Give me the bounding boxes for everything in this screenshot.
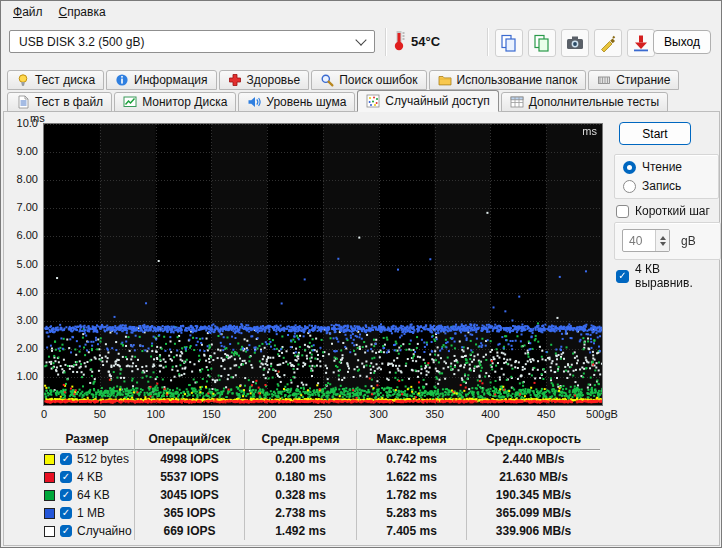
step-unit-label: gB xyxy=(681,234,696,248)
y-tick-label: 3.00 xyxy=(4,314,38,326)
device-select[interactable]: USB DISK 3.2 (500 gB) xyxy=(9,30,375,53)
y-tick-label: 2.00 xyxy=(4,342,38,354)
row-checkbox[interactable] xyxy=(60,507,72,519)
row-checkbox[interactable] xyxy=(60,453,72,465)
brush-icon[interactable] xyxy=(594,29,622,57)
folders-icon xyxy=(438,73,452,87)
tab-label: Тест в файл xyxy=(35,95,103,109)
copy-green-icon[interactable] xyxy=(528,29,556,57)
speed-cell: 339.906 MB/s xyxy=(466,522,600,540)
write-radio-label: Запись xyxy=(642,179,681,193)
menu-help[interactable]: Справка xyxy=(51,2,114,22)
avg-time-cell: 0.200 ms xyxy=(244,450,356,468)
tab-row-2: Тест в файлМонитор ДискаУровень шумаСлуч… xyxy=(7,90,670,112)
ops-cell: 5537 IOPS xyxy=(134,468,244,486)
ops-cell: 4998 IOPS xyxy=(134,450,244,468)
erase-icon xyxy=(597,73,611,87)
tab-erase[interactable]: Стирание xyxy=(588,70,679,90)
thermometer-icon xyxy=(393,28,407,52)
tab-info[interactable]: Информация xyxy=(106,70,216,90)
table-row-label-cell: 1 MB xyxy=(40,504,134,522)
spin-up-icon[interactable] xyxy=(660,236,666,240)
mode-group: Чтение Запись xyxy=(614,154,719,199)
row-checkbox[interactable] xyxy=(60,471,72,483)
exit-button[interactable]: Выход xyxy=(653,30,711,54)
tab-health[interactable]: Здоровье xyxy=(219,70,310,90)
ops-cell: 365 IOPS xyxy=(134,504,244,522)
tab-search[interactable]: Поиск ошибок xyxy=(311,70,426,90)
x-tick-label: 350 xyxy=(413,408,457,420)
y-tick-label: 8.00 xyxy=(4,173,38,185)
tab-bulb[interactable]: Тест диска xyxy=(7,70,104,90)
radio-dot xyxy=(623,180,636,193)
y-tick-label: 7.00 xyxy=(4,201,38,213)
tab-file[interactable]: Тест в файл xyxy=(7,92,112,112)
device-select-value: USB DISK 3.2 (500 gB) xyxy=(19,35,144,49)
bulb-icon xyxy=(16,73,30,87)
file-icon xyxy=(16,95,30,109)
row-label: 4 KB xyxy=(77,470,103,484)
max-time-cell: 1.622 ms xyxy=(356,468,466,486)
tab-label: Информация xyxy=(134,73,207,87)
speed-cell: 2.440 MB/s xyxy=(466,450,600,468)
info-icon xyxy=(115,73,129,87)
tab-label: Стирание xyxy=(616,73,670,87)
spin-down-icon[interactable] xyxy=(660,242,666,246)
menu-bar: ФайлСправка xyxy=(1,1,721,23)
tab-folders[interactable]: Использование папок xyxy=(429,70,587,90)
menu-file[interactable]: Файл xyxy=(5,2,51,22)
x-tick-label: 300 xyxy=(357,408,401,420)
noise-icon xyxy=(247,95,261,109)
read-radio[interactable]: Чтение xyxy=(623,160,710,174)
table-row-label-cell: 64 KB xyxy=(40,486,134,504)
row-checkbox[interactable] xyxy=(60,525,72,537)
column-header: Макс.время xyxy=(356,430,466,450)
max-time-cell: 5.283 ms xyxy=(356,504,466,522)
series-color-swatch xyxy=(44,526,55,537)
tab-noise[interactable]: Уровень шума xyxy=(238,92,355,112)
tab-label: Использование папок xyxy=(457,73,578,87)
app-window: ФайлСправка USB DISK 3.2 (500 gB) 54°C В… xyxy=(0,0,722,548)
column-header: Размер xyxy=(40,430,134,450)
toolbar-separator xyxy=(385,28,387,56)
short-step-checkbox[interactable]: Короткий шаг xyxy=(616,204,710,218)
scatter-canvas xyxy=(44,124,602,405)
series-color-swatch xyxy=(44,454,55,465)
ops-cell: 669 IOPS xyxy=(134,522,244,540)
step-size-input[interactable]: 40 xyxy=(622,229,670,252)
series-color-swatch xyxy=(44,472,55,483)
tests-icon xyxy=(510,95,524,109)
align-4k-checkbox[interactable]: 4 КВ выравнив. xyxy=(616,262,719,290)
copy-icon[interactable] xyxy=(495,29,523,57)
ops-cell: 3045 IOPS xyxy=(134,486,244,504)
short-step-label: Короткий шаг xyxy=(635,204,710,218)
tab-label: Дополнительные тесты xyxy=(529,95,659,109)
x-tick-label: 150 xyxy=(189,408,233,420)
tab-label: Случайный доступ xyxy=(385,94,489,108)
chevron-down-icon xyxy=(355,34,366,45)
tab-tests[interactable]: Дополнительные тесты xyxy=(501,92,668,112)
avg-time-cell: 2.738 ms xyxy=(244,504,356,522)
results-table: РазмерОпераций/секСредн.времяМакс.времяС… xyxy=(40,430,600,540)
write-radio[interactable]: Запись xyxy=(623,179,710,193)
spinner-buttons[interactable] xyxy=(655,230,669,251)
y-tick-label: 6.00 xyxy=(4,229,38,241)
search-icon xyxy=(320,73,334,87)
row-checkbox[interactable] xyxy=(60,489,72,501)
series-color-swatch xyxy=(44,490,55,501)
table-row-label-cell: 512 bytes xyxy=(40,450,134,468)
camera-icon[interactable] xyxy=(561,29,589,57)
row-label: 1 MB xyxy=(77,506,105,520)
y-tick-label: 5.00 xyxy=(4,258,38,270)
speed-cell: 21.630 MB/s xyxy=(466,468,600,486)
download-icon[interactable] xyxy=(627,29,655,57)
tab-random[interactable]: Случайный доступ xyxy=(357,90,498,112)
tab-label: Тест диска xyxy=(35,73,95,87)
tab-monitor[interactable]: Монитор Диска xyxy=(114,92,236,112)
x-tick-label: 400 xyxy=(468,408,512,420)
tab-label: Монитор Диска xyxy=(142,95,227,109)
temperature-value: 54°C xyxy=(411,34,440,49)
speed-cell: 365.099 MB/s xyxy=(466,504,600,522)
row-label: 512 bytes xyxy=(77,452,129,466)
start-button[interactable]: Start xyxy=(619,122,691,145)
